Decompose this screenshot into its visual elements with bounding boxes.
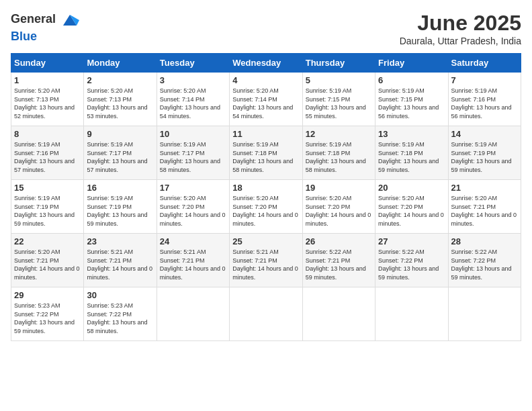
day-cell-30: 30 Sunrise: 5:23 AM Sunset: 7:22 PM Dayl… <box>84 287 157 341</box>
day-number: 13 <box>378 129 445 139</box>
empty-cell <box>448 287 521 341</box>
day-number: 5 <box>306 75 372 85</box>
day-number: 30 <box>87 290 153 300</box>
day-cell-2: 2 Sunrise: 5:20 AM Sunset: 7:13 PM Dayli… <box>84 73 157 126</box>
day-number: 29 <box>14 290 81 300</box>
day-number: 26 <box>306 236 372 246</box>
location-title: Daurala, Uttar Pradesh, India <box>400 36 521 46</box>
col-friday: Friday <box>375 54 448 73</box>
day-cell-4: 4 Sunrise: 5:20 AM Sunset: 7:14 PM Dayli… <box>230 73 302 126</box>
day-cell-23: 23 Sunrise: 5:21 AM Sunset: 7:21 PM Dayl… <box>84 234 157 287</box>
logo-icon <box>60 11 79 30</box>
day-info: Sunrise: 5:20 AM Sunset: 7:14 PM Dayligh… <box>160 87 226 120</box>
day-info: Sunrise: 5:19 AM Sunset: 7:16 PM Dayligh… <box>451 87 518 120</box>
day-cell-10: 10 Sunrise: 5:19 AM Sunset: 7:17 PM Dayl… <box>157 126 229 180</box>
header-row: Sunday Monday Tuesday Wednesday Thursday… <box>11 54 521 73</box>
day-cell-26: 26 Sunrise: 5:22 AM Sunset: 7:21 PM Dayl… <box>302 234 375 287</box>
week-row-4: 22 Sunrise: 5:20 AM Sunset: 7:21 PM Dayl… <box>11 234 521 287</box>
month-title: June 2025 <box>400 11 521 36</box>
day-info: Sunrise: 5:21 AM Sunset: 7:21 PM Dayligh… <box>87 248 153 281</box>
empty-cell <box>157 287 229 341</box>
day-cell-22: 22 Sunrise: 5:20 AM Sunset: 7:21 PM Dayl… <box>11 234 84 287</box>
day-number: 28 <box>451 236 518 246</box>
day-cell-11: 11 Sunrise: 5:19 AM Sunset: 7:18 PM Dayl… <box>230 126 302 180</box>
day-number: 4 <box>232 75 299 85</box>
day-cell-5: 5 Sunrise: 5:19 AM Sunset: 7:15 PM Dayli… <box>302 73 375 126</box>
empty-cell <box>302 287 375 341</box>
logo-text-blue: Blue <box>11 30 37 43</box>
day-info: Sunrise: 5:19 AM Sunset: 7:15 PM Dayligh… <box>378 87 445 120</box>
day-number: 19 <box>306 183 372 193</box>
day-number: 2 <box>87 75 153 85</box>
day-cell-25: 25 Sunrise: 5:21 AM Sunset: 7:21 PM Dayl… <box>230 234 302 287</box>
day-info: Sunrise: 5:19 AM Sunset: 7:16 PM Dayligh… <box>14 140 81 174</box>
day-info: Sunrise: 5:22 AM Sunset: 7:21 PM Dayligh… <box>306 248 372 281</box>
day-number: 20 <box>378 183 445 193</box>
day-number: 18 <box>232 183 299 193</box>
day-info: Sunrise: 5:20 AM Sunset: 7:21 PM Dayligh… <box>451 194 518 228</box>
day-number: 23 <box>87 236 153 246</box>
day-cell-8: 8 Sunrise: 5:19 AM Sunset: 7:16 PM Dayli… <box>11 126 84 180</box>
day-info: Sunrise: 5:19 AM Sunset: 7:17 PM Dayligh… <box>160 140 226 174</box>
day-info: Sunrise: 5:19 AM Sunset: 7:18 PM Dayligh… <box>306 140 372 174</box>
day-info: Sunrise: 5:21 AM Sunset: 7:21 PM Dayligh… <box>160 248 226 281</box>
day-number: 21 <box>451 183 518 193</box>
empty-cell <box>375 287 448 341</box>
day-cell-19: 19 Sunrise: 5:20 AM Sunset: 7:20 PM Dayl… <box>302 180 375 234</box>
empty-cell <box>230 287 302 341</box>
day-info: Sunrise: 5:20 AM Sunset: 7:21 PM Dayligh… <box>14 248 81 281</box>
day-cell-6: 6 Sunrise: 5:19 AM Sunset: 7:15 PM Dayli… <box>375 73 448 126</box>
col-thursday: Thursday <box>302 54 375 73</box>
day-cell-21: 21 Sunrise: 5:20 AM Sunset: 7:21 PM Dayl… <box>448 180 521 234</box>
col-monday: Monday <box>84 54 157 73</box>
day-cell-15: 15 Sunrise: 5:19 AM Sunset: 7:19 PM Dayl… <box>11 180 84 234</box>
day-info: Sunrise: 5:19 AM Sunset: 7:17 PM Dayligh… <box>87 140 153 174</box>
day-info: Sunrise: 5:20 AM Sunset: 7:13 PM Dayligh… <box>87 87 153 120</box>
day-number: 25 <box>232 236 299 246</box>
day-number: 6 <box>378 75 445 85</box>
page-header: General Blue June 2025 Daurala, Uttar Pr… <box>11 11 521 46</box>
day-cell-18: 18 Sunrise: 5:20 AM Sunset: 7:20 PM Dayl… <box>230 180 302 234</box>
title-area: June 2025 Daurala, Uttar Pradesh, India <box>400 11 521 46</box>
day-number: 1 <box>14 75 81 85</box>
day-info: Sunrise: 5:20 AM Sunset: 7:20 PM Dayligh… <box>160 194 226 228</box>
day-cell-24: 24 Sunrise: 5:21 AM Sunset: 7:21 PM Dayl… <box>157 234 229 287</box>
day-cell-16: 16 Sunrise: 5:19 AM Sunset: 7:19 PM Dayl… <box>84 180 157 234</box>
day-number: 3 <box>160 75 226 85</box>
calendar-table: Sunday Monday Tuesday Wednesday Thursday… <box>11 53 521 341</box>
day-number: 14 <box>451 129 518 139</box>
day-info: Sunrise: 5:21 AM Sunset: 7:21 PM Dayligh… <box>232 248 299 281</box>
col-tuesday: Tuesday <box>157 54 229 73</box>
day-number: 17 <box>160 183 226 193</box>
day-cell-3: 3 Sunrise: 5:20 AM Sunset: 7:14 PM Dayli… <box>157 73 229 126</box>
week-row-5: 29 Sunrise: 5:23 AM Sunset: 7:22 PM Dayl… <box>11 287 521 341</box>
day-info: Sunrise: 5:20 AM Sunset: 7:20 PM Dayligh… <box>306 194 372 228</box>
day-number: 12 <box>306 129 372 139</box>
day-cell-29: 29 Sunrise: 5:23 AM Sunset: 7:22 PM Dayl… <box>11 287 84 341</box>
day-cell-17: 17 Sunrise: 5:20 AM Sunset: 7:20 PM Dayl… <box>157 180 229 234</box>
col-wednesday: Wednesday <box>230 54 302 73</box>
day-number: 27 <box>378 236 445 246</box>
day-cell-12: 12 Sunrise: 5:19 AM Sunset: 7:18 PM Dayl… <box>302 126 375 180</box>
day-info: Sunrise: 5:19 AM Sunset: 7:19 PM Dayligh… <box>14 194 81 228</box>
day-number: 16 <box>87 183 153 193</box>
week-row-2: 8 Sunrise: 5:19 AM Sunset: 7:16 PM Dayli… <box>11 126 521 180</box>
day-cell-27: 27 Sunrise: 5:22 AM Sunset: 7:22 PM Dayl… <box>375 234 448 287</box>
week-row-3: 15 Sunrise: 5:19 AM Sunset: 7:19 PM Dayl… <box>11 180 521 234</box>
logo-text-general: General <box>11 12 56 26</box>
day-number: 11 <box>232 129 299 139</box>
day-info: Sunrise: 5:19 AM Sunset: 7:18 PM Dayligh… <box>232 140 299 174</box>
day-info: Sunrise: 5:20 AM Sunset: 7:20 PM Dayligh… <box>232 194 299 228</box>
day-info: Sunrise: 5:20 AM Sunset: 7:13 PM Dayligh… <box>14 87 81 120</box>
day-cell-28: 28 Sunrise: 5:22 AM Sunset: 7:22 PM Dayl… <box>448 234 521 287</box>
day-info: Sunrise: 5:20 AM Sunset: 7:14 PM Dayligh… <box>232 87 299 120</box>
day-info: Sunrise: 5:20 AM Sunset: 7:20 PM Dayligh… <box>378 194 445 228</box>
day-cell-14: 14 Sunrise: 5:19 AM Sunset: 7:19 PM Dayl… <box>448 126 521 180</box>
day-cell-9: 9 Sunrise: 5:19 AM Sunset: 7:17 PM Dayli… <box>84 126 157 180</box>
day-cell-20: 20 Sunrise: 5:20 AM Sunset: 7:20 PM Dayl… <box>375 180 448 234</box>
day-cell-7: 7 Sunrise: 5:19 AM Sunset: 7:16 PM Dayli… <box>448 73 521 126</box>
day-info: Sunrise: 5:19 AM Sunset: 7:19 PM Dayligh… <box>87 194 153 228</box>
col-saturday: Saturday <box>448 54 521 73</box>
day-number: 24 <box>160 236 226 246</box>
day-cell-1: 1 Sunrise: 5:20 AM Sunset: 7:13 PM Dayli… <box>11 73 84 126</box>
